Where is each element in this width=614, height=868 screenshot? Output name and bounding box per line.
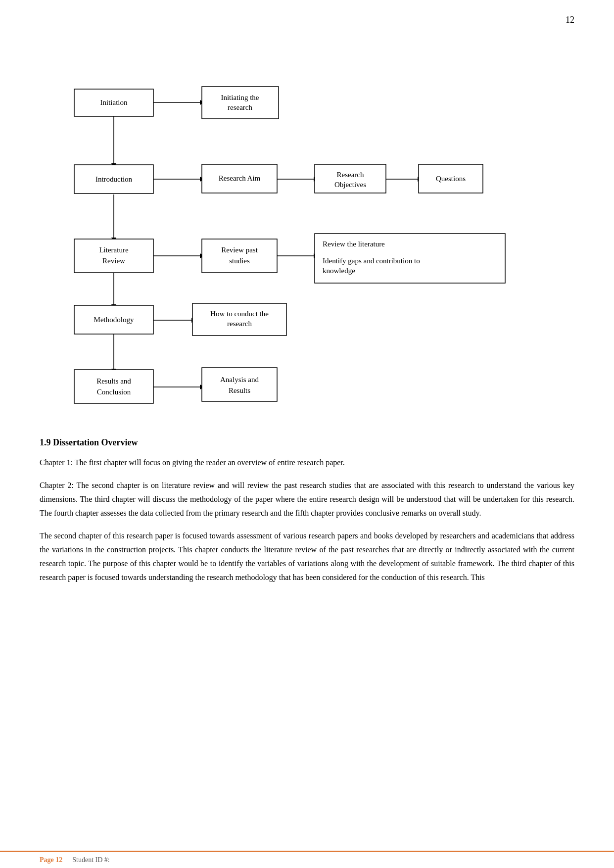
svg-text:Identify gaps and contribution: Identify gaps and contribution to — [323, 257, 420, 265]
svg-text:How to conduct the: How to conduct the — [210, 310, 269, 318]
initiation-label: Initiation — [100, 98, 128, 106]
svg-text:studies: studies — [229, 257, 250, 265]
svg-rect-53 — [202, 368, 277, 401]
svg-text:Analysis and: Analysis and — [220, 376, 259, 384]
svg-text:knowledge: knowledge — [323, 267, 355, 275]
svg-text:Research: Research — [337, 171, 364, 179]
svg-text:Methodology: Methodology — [94, 316, 134, 324]
paragraph-2: Chapter 2: The second chapter is on lite… — [40, 479, 574, 520]
paragraph-3: The second chapter of this research pape… — [40, 529, 574, 584]
svg-text:Review the literature: Review the literature — [323, 240, 385, 248]
content-section: 1.9 Dissertation Overview Chapter 1: The… — [40, 437, 574, 584]
research-aim-label: Research Aim — [219, 174, 261, 182]
svg-text:research: research — [228, 103, 252, 111]
svg-text:Conclusion: Conclusion — [97, 388, 131, 396]
svg-rect-50 — [74, 370, 153, 403]
svg-text:Objectives: Objectives — [334, 181, 366, 189]
svg-text:Review past: Review past — [221, 246, 258, 254]
svg-text:Questions: Questions — [436, 175, 466, 183]
svg-text:Results: Results — [229, 386, 250, 394]
page-number: 12 — [566, 15, 574, 25]
svg-rect-35 — [74, 239, 153, 273]
svg-rect-38 — [202, 239, 277, 273]
footer-page-label: Page 12 — [40, 856, 62, 864]
footer-student-label: Student ID #: — [72, 856, 109, 864]
svg-text:Initiating the: Initiating the — [221, 94, 259, 101]
svg-text:Results and: Results and — [96, 377, 131, 385]
diagram-container: Initiation Initiating the research Intro… — [40, 40, 574, 418]
introduction-label: Introduction — [95, 175, 133, 183]
svg-rect-30 — [315, 164, 386, 193]
footer: Page 12 Student ID #: — [0, 851, 614, 868]
paragraph-1: Chapter 1: The first chapter will focus … — [40, 456, 574, 470]
section-heading: 1.9 Dissertation Overview — [40, 437, 574, 448]
svg-text:research: research — [227, 320, 252, 328]
svg-text:Review: Review — [102, 257, 125, 265]
svg-text:Literature: Literature — [99, 246, 128, 254]
svg-rect-25 — [202, 87, 279, 119]
